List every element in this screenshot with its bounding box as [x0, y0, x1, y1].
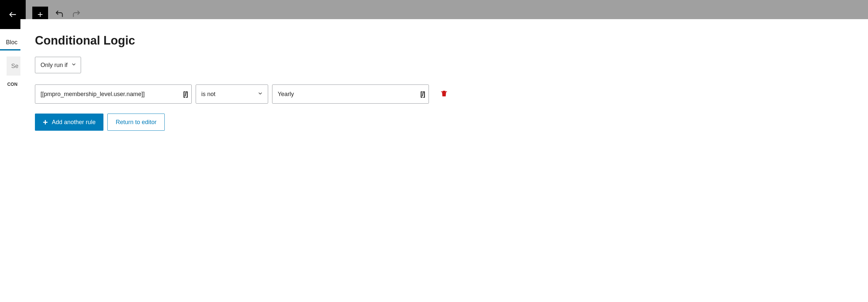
tab-block[interactable]: Bloc: [0, 36, 21, 51]
undo-button[interactable]: [55, 9, 64, 20]
run-mode-select[interactable]: Only run if: [35, 57, 81, 73]
redo-icon: [72, 9, 81, 19]
plus-icon: [36, 10, 44, 19]
undo-icon: [55, 9, 64, 19]
button-row: + Add another rule Return to editor: [35, 113, 854, 131]
rule-row: [/] is not [/]: [35, 84, 854, 104]
return-to-editor-button[interactable]: Return to editor: [107, 113, 165, 131]
block-search-input[interactable]: Se: [7, 56, 21, 76]
shortcode-icon[interactable]: [/]: [420, 90, 425, 98]
run-mode-value: Only run if: [40, 62, 67, 68]
rule-value-input-wrap: [/]: [272, 84, 429, 104]
rule-value-input[interactable]: [272, 85, 429, 103]
rule-operator-select[interactable]: is not: [196, 84, 268, 104]
shortcode-icon[interactable]: [/]: [183, 90, 187, 98]
delete-rule-button[interactable]: [440, 89, 448, 99]
rule-field-input-wrap: [/]: [35, 84, 192, 104]
page-title: Conditional Logic: [35, 34, 854, 48]
redo-button[interactable]: [72, 9, 81, 20]
conditional-logic-panel: Conditional Logic Only run if [/] is not…: [21, 19, 868, 302]
trash-icon: [440, 89, 448, 98]
section-label-conditional: CON: [7, 82, 21, 87]
add-rule-label: Add another rule: [52, 119, 96, 126]
add-rule-button[interactable]: + Add another rule: [35, 113, 103, 131]
chevron-down-icon: [257, 90, 263, 98]
rule-field-input[interactable]: [35, 85, 191, 103]
rule-operator-value: is not: [196, 91, 215, 98]
editor-sidebar: Bloc Se CON: [0, 29, 21, 302]
arrow-left-icon: [8, 10, 18, 19]
chevron-down-icon: [71, 61, 77, 69]
